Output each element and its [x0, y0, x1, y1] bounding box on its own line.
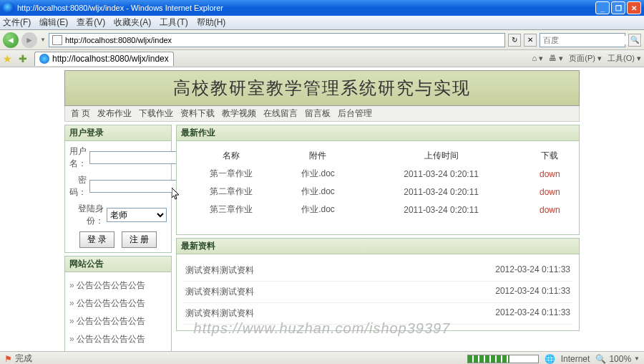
login-header: 用户登录	[65, 125, 171, 141]
back-button[interactable]: ◄	[3, 32, 19, 48]
notice-item[interactable]: 公告公告公告公告	[69, 294, 167, 312]
username-label: 用户名：	[69, 145, 87, 170]
close-button[interactable]: ✕	[627, 1, 641, 14]
col-file: 附件	[280, 147, 356, 165]
flag-icon: ⚑	[4, 354, 12, 364]
notice-header: 网站公告	[65, 257, 171, 272]
download-link[interactable]: down	[527, 165, 573, 183]
ie-icon	[3, 2, 14, 14]
homework-header: 最新作业	[177, 125, 579, 141]
list-item[interactable]: 测试资料测试资料 2012-03-24 0:11:33	[182, 282, 573, 303]
search-button[interactable]: 🔍	[628, 34, 641, 47]
sidebar: 用户登录 用户名： 密 码： 登陆身份：	[64, 125, 172, 351]
nav-toolbar: ◄ ► ▼ ↻ ✕ 🔍	[0, 30, 644, 50]
download-link[interactable]: down	[527, 201, 573, 219]
page-menu[interactable]: 页面(P) ▾	[569, 53, 602, 64]
nav-dropdown-icon[interactable]: ▼	[40, 37, 46, 43]
home-dropdown-icon[interactable]: ⌂ ▾	[532, 54, 544, 63]
toolbar-right: ⌂ ▾ 🖶 ▾ 页面(P) ▾ 工具(O) ▾	[532, 53, 641, 64]
status-internet: Internet	[561, 354, 590, 364]
add-favorite-icon[interactable]: ✚	[19, 53, 30, 64]
browser-tab[interactable]: http://localhost:8080/wljx/index	[34, 52, 174, 66]
window-buttons: _ ❐ ✕	[595, 1, 641, 14]
page-icon	[52, 35, 62, 45]
nav-admin[interactable]: 后台管理	[338, 107, 372, 120]
menu-favorites[interactable]: 收藏夹(A)	[114, 16, 151, 29]
notice-panel: 网站公告 公告公告公告公告 公告公告公告公告 公告公告公告公告 公告公告公告公告	[64, 256, 172, 351]
tools-menu[interactable]: 工具(O) ▾	[608, 53, 641, 64]
menu-file[interactable]: 文件(F)	[3, 16, 31, 29]
nav-materials[interactable]: 资料下载	[180, 107, 215, 120]
chevron-down-icon: ▼	[634, 355, 640, 362]
menu-help[interactable]: 帮助(H)	[197, 16, 226, 29]
login-panel: 用户登录 用户名： 密 码： 登陆身份：	[64, 125, 172, 253]
notice-item[interactable]: 公告公告公告公告	[69, 330, 167, 348]
list-item[interactable]: 测试资料测试资料 2012-03-24 0:11:33	[182, 260, 573, 282]
table-header-row: 名称 附件 上传时间 下载	[182, 147, 573, 165]
nav-publish-homework[interactable]: 发布作业	[97, 107, 132, 120]
progress-bar	[467, 355, 539, 363]
status-done: ⚑ 完成	[4, 353, 32, 364]
table-row: 第二章作业 作业.doc 2011-03-24 0:20:11 down	[182, 183, 573, 201]
statusbar: ⚑ 完成 🌐 Internet 🔍 100% ▼	[0, 351, 644, 364]
table-row: 第三章作业 作业.doc 2011-03-24 0:20:11 down	[182, 201, 573, 219]
password-label: 密 码：	[69, 174, 87, 198]
homework-panel: 最新作业 名称 附件 上传时间 下载 第一章作业 作业.doc	[176, 125, 580, 235]
favorites-icon[interactable]: ★	[3, 53, 14, 64]
col-download: 下载	[527, 147, 573, 165]
nav-home[interactable]: 首 页	[71, 107, 90, 120]
menu-tools[interactable]: 工具(T)	[160, 16, 187, 29]
search-box[interactable]	[540, 33, 625, 47]
stop-button[interactable]: ✕	[524, 34, 537, 47]
table-row: 第一章作业 作业.doc 2011-03-24 0:20:11 down	[182, 165, 573, 183]
menu-edit[interactable]: 编辑(E)	[39, 16, 68, 29]
refresh-button[interactable]: ↻	[508, 34, 521, 47]
address-input[interactable]	[65, 36, 502, 44]
nav-board[interactable]: 留言板	[305, 107, 331, 120]
zoom-icon: 🔍	[595, 354, 606, 364]
menu-view[interactable]: 查看(V)	[77, 16, 105, 29]
homework-table: 名称 附件 上传时间 下载 第一章作业 作业.doc 2011-03-24 0:…	[182, 147, 573, 219]
minimize-button[interactable]: _	[595, 1, 610, 14]
notice-item[interactable]: 公告公告公告公告	[69, 277, 167, 294]
window-titlebar: http://localhost:8080/wljx/index - Windo…	[0, 0, 644, 16]
maximize-button[interactable]: ❐	[611, 1, 625, 14]
zoom-control[interactable]: 🔍 100% ▼	[595, 354, 640, 364]
materials-header: 最新资料	[177, 239, 579, 254]
col-time: 上传时间	[356, 147, 527, 165]
notice-item[interactable]: 公告公告公告公告	[69, 312, 167, 330]
window-title: http://localhost:8080/wljx/index - Windo…	[17, 4, 595, 12]
nav-download-homework[interactable]: 下载作业	[139, 107, 173, 120]
tab-title: http://localhost:8080/wljx/index	[52, 54, 169, 64]
role-select[interactable]: 老师	[107, 208, 167, 222]
nav-message[interactable]: 在线留言	[263, 107, 298, 120]
banner-title: 高校教研室教学管理系统研究与实现	[173, 77, 471, 100]
tabbar: ★ ✚ http://localhost:8080/wljx/index ⌂ ▾…	[0, 50, 644, 67]
banner: 高校教研室教学管理系统研究与实现	[64, 70, 580, 106]
list-item[interactable]: 测试资料测试资料 2012-03-24 0:11:33	[182, 303, 573, 325]
role-label: 登陆身份：	[69, 203, 104, 227]
login-button[interactable]: 登 录	[79, 231, 114, 248]
search-input[interactable]	[543, 36, 642, 44]
col-name: 名称	[182, 147, 280, 165]
download-link[interactable]: down	[527, 183, 573, 201]
nav-videos[interactable]: 教学视频	[222, 107, 256, 120]
page-content: 高校教研室教学管理系统研究与实现 首 页 发布作业 下载作业 资料下载 教学视频…	[0, 67, 644, 351]
print-dropdown-icon[interactable]: 🖶 ▾	[549, 54, 563, 63]
main-area: 最新作业 名称 附件 上传时间 下载 第一章作业 作业.doc	[176, 125, 580, 351]
address-bar[interactable]	[49, 33, 505, 47]
notice-list: 公告公告公告公告 公告公告公告公告 公告公告公告公告 公告公告公告公告	[69, 277, 167, 348]
main-nav: 首 页 发布作业 下载作业 资料下载 教学视频 在线留言 留言板 后台管理	[64, 106, 580, 122]
tab-page-icon	[39, 54, 49, 64]
register-button[interactable]: 注 册	[122, 231, 157, 248]
menubar: 文件(F) 编辑(E) 查看(V) 收藏夹(A) 工具(T) 帮助(H)	[0, 16, 644, 30]
globe-icon: 🌐	[545, 354, 555, 364]
forward-button[interactable]: ►	[21, 32, 37, 48]
materials-panel: 最新资料 测试资料测试资料 2012-03-24 0:11:33 测试资料测试资…	[176, 238, 580, 331]
